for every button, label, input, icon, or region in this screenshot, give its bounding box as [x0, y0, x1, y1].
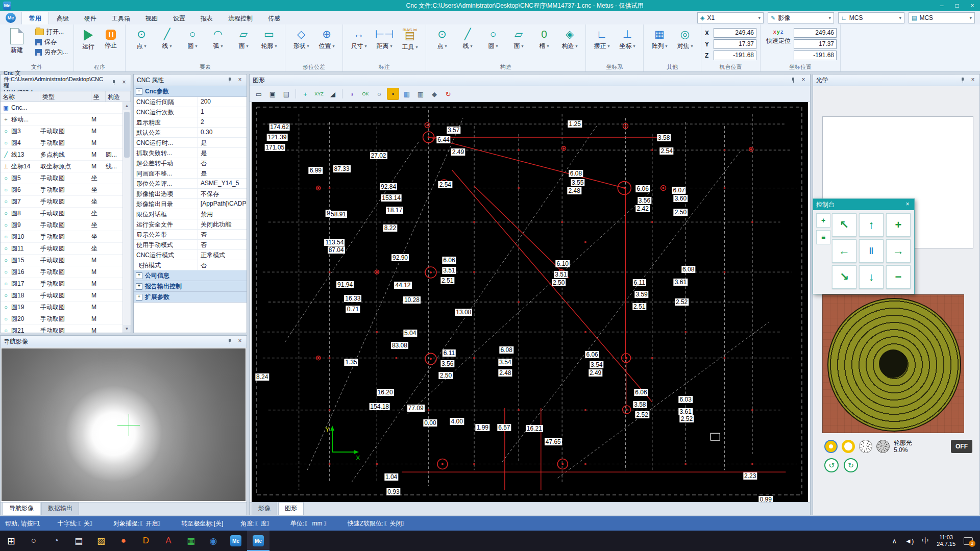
collapse-icon[interactable]: − — [136, 88, 142, 95]
prop-value[interactable]: ASME_Y14_5 — [198, 179, 247, 188]
camera-live-image[interactable] — [2, 348, 246, 501]
tab-导航影像[interactable]: 导航影像 — [3, 502, 40, 515]
ribbon-button-标注-尺寸[interactable]: ↔尺寸▾ — [347, 26, 371, 51]
ribbon-button-标注-距离[interactable]: ⊢⊣距离▾ — [372, 26, 397, 51]
jog-pause-button[interactable]: ‖ — [859, 239, 884, 263]
jog-upleft-button[interactable]: ↖ — [832, 213, 856, 237]
scroll-up-icon[interactable]: ▲ — [123, 102, 131, 110]
clock[interactable]: 11:03 24.7.15 — [933, 534, 960, 547]
ribbon-tab-硬件[interactable]: 硬件 — [77, 12, 104, 24]
new-file-button[interactable]: 新建 — [4, 26, 30, 55]
save-button[interactable]: 保存 — [33, 38, 70, 46]
assistant-icon[interactable]: ◔ — [45, 531, 67, 551]
ribbon-tab-视图[interactable]: 视图 — [138, 12, 165, 24]
close-panel-icon[interactable]: × — [236, 338, 243, 345]
tree-row-移动...[interactable]: +移动...M — [1, 114, 122, 126]
tree-row-圆19[interactable]: ○圆19手动取圆M — [1, 302, 122, 313]
save-view-icon[interactable]: ▦ — [401, 88, 413, 100]
ribbon-button-要素-点[interactable]: ⊙点▾ — [129, 26, 154, 51]
close-panel-icon[interactable]: × — [120, 79, 128, 86]
tree-row-圆6[interactable]: ○圆6手动取圆坐 — [1, 184, 122, 196]
view-dropdown-0[interactable]: ◈X1▾ — [697, 12, 764, 23]
scroll-down-icon[interactable]: ▼ — [123, 325, 131, 333]
graphics-canvas[interactable]: YX174.62121.39171.0527.026.9987.333.576.… — [252, 102, 808, 502]
prop-value[interactable]: 0.30 — [198, 128, 247, 137]
console-title-bar[interactable]: 控制台 × — [813, 199, 914, 210]
ribbon-button-要素-面[interactable]: ▱面▾ — [231, 26, 256, 51]
pin-icon[interactable] — [790, 77, 797, 84]
view-dropdown-3[interactable]: ▤MCS▾ — [909, 12, 975, 23]
tab-影像[interactable]: 影像 — [252, 502, 277, 515]
machine-y-value[interactable]: 17.37 — [714, 39, 756, 49]
prop-group-报告输出控制[interactable]: +报告输出控制 — [134, 281, 247, 292]
status-item-3[interactable]: 转至极坐标:[关] — [181, 519, 223, 528]
prop-value[interactable]: [AppPath]\CADPi... — [198, 199, 247, 209]
ribbon-tab-高级[interactable]: 高级 — [49, 12, 77, 24]
ribbon-button-构造-槽[interactable]: 0槽▾ — [532, 26, 556, 51]
tree-row-圆20[interactable]: ○圆20手动取圆M — [1, 313, 122, 325]
jog-up-button[interactable]: ↑ — [859, 213, 884, 237]
ribbon-button-要素-轮廓[interactable]: ▭轮廓▾ — [257, 26, 281, 51]
tree-row-圆16[interactable]: ○圆16手动取圆M — [1, 266, 122, 278]
tree-row-圆7[interactable]: ○圆7手动取圆坐 — [1, 196, 122, 208]
axis-list-icon[interactable]: ≡ — [816, 230, 830, 244]
ribbon-tab-设置[interactable]: 设置 — [165, 12, 193, 24]
run-button[interactable]: 运行 — [78, 26, 99, 51]
coord-y-value[interactable]: 17.37 — [794, 39, 837, 49]
tab-图形[interactable]: 图形 — [278, 502, 304, 515]
volume-icon[interactable]: ◄) — [901, 531, 918, 551]
pin-icon[interactable] — [110, 79, 117, 86]
tree-row-圆11[interactable]: ○圆11手动取圆坐 — [1, 243, 122, 255]
xyz-axes-icon[interactable]: XYZ — [313, 88, 325, 100]
app-grid-icon[interactable]: ▦ — [180, 531, 202, 551]
start-button[interactable]: ⊞ — [0, 531, 22, 551]
close-panel-icon[interactable]: × — [800, 77, 807, 84]
layers-icon[interactable]: ▥ — [414, 88, 427, 100]
jog-right-button[interactable]: → — [886, 239, 911, 263]
ring-light-outer-button[interactable] — [842, 440, 855, 453]
close-panel-icon[interactable]: × — [969, 77, 976, 84]
metus-icon[interactable]: Me — [225, 531, 247, 551]
pin-icon[interactable] — [226, 338, 233, 345]
close-panel-icon[interactable]: × — [236, 77, 243, 84]
machine-z-value[interactable]: -191.68 — [714, 51, 756, 60]
ribbon-button-构造-面[interactable]: ▱面▾ — [506, 26, 531, 51]
view-dropdown-1[interactable]: ✎影像▾ — [768, 12, 834, 23]
refresh-icon[interactable]: ↻ — [442, 88, 454, 100]
stop-button[interactable]: 停止 — [100, 26, 121, 50]
firefox-icon[interactable]: ● — [112, 531, 135, 551]
scroll-thumb[interactable] — [124, 112, 130, 158]
tree-row-圆17[interactable]: ○圆17手动取圆M — [1, 278, 122, 290]
app-a-icon[interactable]: A — [157, 531, 180, 551]
prop-value[interactable]: 是 — [198, 138, 247, 147]
cad-drawing[interactable]: YX — [252, 102, 808, 502]
users-icon[interactable]: ◆ — [428, 88, 440, 100]
status-item-2[interactable]: 对象捕捉:〖开启〗 — [113, 519, 164, 528]
ribbon-button-形位公差-形状[interactable]: ◇形状▾ — [289, 26, 313, 51]
prop-value[interactable]: 否 — [198, 230, 247, 239]
status-item-4[interactable]: 角度:〖度〗 — [240, 519, 273, 528]
ribbon-button-其他-对焦[interactable]: ◎对焦▾ — [673, 26, 697, 51]
prop-value[interactable]: 200 — [198, 97, 247, 107]
pin-icon[interactable] — [959, 77, 966, 84]
close-button[interactable]: × — [965, 0, 980, 11]
tree-row-圆4[interactable]: ○圆4手动取圆M — [1, 137, 122, 149]
prop-value[interactable]: 是 — [198, 168, 247, 178]
tree-row-坐标14[interactable]: ⊥坐标14取坐标原点M线... — [1, 161, 122, 172]
light-off-button[interactable]: OFF — [951, 440, 972, 453]
maximize-button[interactable]: □ — [949, 0, 965, 11]
app-d-icon[interactable]: D — [135, 531, 157, 551]
tree-scrollbar[interactable]: ▲ ▼ — [122, 102, 131, 333]
ribbon-tab-报表[interactable]: 报表 — [193, 12, 220, 24]
ribbon-tab-传感[interactable]: 传感 — [260, 12, 288, 24]
app-menu-button[interactable]: Me — [2, 12, 19, 24]
open-file-button[interactable]: 打开... — [33, 28, 70, 36]
machine-x-value[interactable]: 249.46 — [714, 28, 756, 38]
metus-icon-active[interactable]: Me — [247, 531, 270, 551]
ribbon-button-要素-线[interactable]: ╱线▾ — [155, 26, 179, 51]
pin-icon[interactable] — [226, 77, 233, 84]
prop-value[interactable]: 否 — [198, 260, 247, 270]
prop-group-公司信息[interactable]: +公司信息 — [134, 270, 247, 281]
ribbon-button-要素-弧[interactable]: ◠弧▾ — [206, 26, 230, 51]
tree-row-圆3[interactable]: ○圆3手动取圆M — [1, 126, 122, 137]
